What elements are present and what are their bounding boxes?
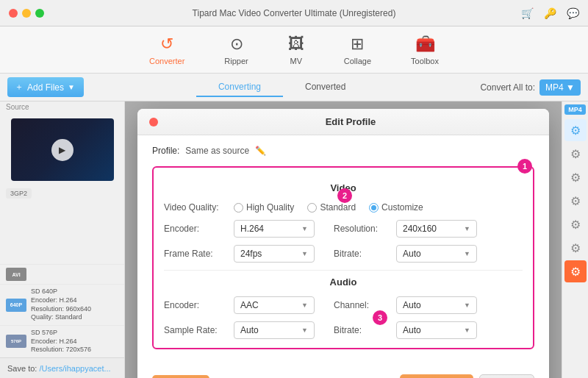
collage-icon: ⊞: [351, 35, 364, 54]
gear-button-5[interactable]: ⚙: [564, 213, 587, 235]
audio-encoder-channel-row: Encoder: AAC ▼ Channel: Auto ▼: [164, 296, 523, 314]
576p-icon: 576P: [6, 335, 26, 348]
avi-label: AVI: [12, 272, 20, 277]
play-button[interactable]: ▶: [51, 139, 74, 161]
modal-header: Edit Profile: [137, 109, 549, 135]
default-button[interactable]: Default: [152, 375, 209, 378]
radio-standard[interactable]: Standard: [307, 202, 356, 213]
channel-dropdown-icon: ▼: [464, 302, 470, 309]
list-item: 640P SD 640P Encoder: H.264 Resolution: …: [0, 284, 124, 325]
tab-converting[interactable]: Converting: [196, 78, 283, 97]
create-new-button[interactable]: Create New: [400, 374, 473, 378]
sample-rate-value: Auto: [240, 325, 259, 335]
convert-format-select[interactable]: MP4 ▼: [539, 79, 581, 96]
titlebar: Tipard Mac Video Converter Ultimate (Unr…: [0, 0, 588, 26]
step1-badge: 1: [517, 159, 532, 174]
video-quality-label: Video Quality:: [164, 202, 226, 213]
format-list: AVI 640P SD 640P Encoder: H.264 Resoluti…: [0, 264, 124, 357]
modal-close-button[interactable]: [149, 118, 158, 126]
radio-standard-circle: [307, 203, 317, 213]
source-label: Source: [0, 101, 124, 113]
gear-button-1[interactable]: ⚙: [564, 119, 587, 141]
list-576p-resolution: Resolution: 720x576: [31, 346, 91, 354]
profile-value: Same as source: [185, 146, 249, 156]
key-icon[interactable]: 🔑: [544, 7, 556, 19]
cart-icon[interactable]: 🛒: [521, 7, 534, 19]
convert-all-label: Convert All to:: [480, 82, 535, 93]
convert-all-section: Convert All to: MP4 ▼: [480, 79, 581, 96]
encoder-label: Encoder:: [164, 224, 226, 234]
channel-select[interactable]: Auto ▼: [396, 296, 477, 314]
quality-radio-group: High Quality Standard Customize: [234, 202, 423, 213]
video-bitrate-value: Auto: [403, 249, 421, 259]
format-dropdown-icon: ▼: [566, 82, 575, 93]
nav-converter[interactable]: ↺ Converter: [140, 30, 193, 70]
add-files-button[interactable]: ＋ Add Files ▼: [7, 77, 84, 97]
profile-label: Profile:: [152, 146, 179, 156]
audio-encoder-dropdown-icon: ▼: [301, 302, 308, 309]
avi-icon: AVI: [6, 268, 26, 281]
audio-bitrate-dropdown-icon: ▼: [464, 327, 470, 334]
resolution-value: 240x160: [403, 224, 437, 234]
gear-button-3[interactable]: ⚙: [564, 166, 587, 188]
radio-high-quality[interactable]: High Quality: [234, 202, 294, 213]
converter-icon: ↺: [160, 35, 173, 54]
mv-icon: 🖼: [288, 35, 304, 54]
cancel-button[interactable]: Cancel: [479, 374, 534, 378]
sample-rate-dropdown-icon: ▼: [301, 327, 308, 334]
message-icon[interactable]: 💬: [567, 7, 579, 19]
audio-encoder-label: Encoder:: [164, 300, 226, 310]
main-area: Source ▶ 3GP2 AVI 640P SD 640P Encoder: …: [0, 101, 588, 378]
640p-label: 640P: [10, 302, 22, 307]
framerate-dropdown-icon: ▼: [301, 250, 308, 257]
channel-label: Channel:: [334, 300, 389, 310]
toolbar-tabs: Converting Converted: [84, 78, 480, 97]
video-bitrate-select[interactable]: Auto ▼: [396, 245, 477, 263]
sample-rate-bitrate-row: Sample Rate: Auto ▼ Bitrate: Auto ▼: [164, 321, 523, 339]
converter-label: Converter: [149, 57, 184, 65]
nav-ripper[interactable]: ⊙ Ripper: [215, 30, 257, 70]
radio-customize[interactable]: Customize: [369, 202, 423, 213]
encoder-resolution-row: Encoder: H.264 ▼ Resolution: 240x160 ▼: [164, 220, 523, 238]
nav-collage[interactable]: ⊞ Collage: [335, 30, 380, 70]
navbar: ↺ Converter ⊙ Ripper 🖼 MV ⊞ Collage 🧰 To…: [0, 26, 588, 74]
maximize-button[interactable]: [35, 9, 44, 18]
channel-value: Auto: [403, 300, 421, 310]
close-button[interactable]: [9, 9, 18, 18]
minimize-button[interactable]: [22, 9, 31, 18]
convert-format-value: MP4: [545, 82, 564, 93]
gear-button-orange[interactable]: ⚙: [564, 260, 587, 282]
sample-rate-select[interactable]: Auto ▼: [234, 321, 315, 339]
gear-button-2[interactable]: ⚙: [564, 143, 587, 165]
mp4-format-badge: MP4: [564, 104, 586, 115]
frame-rate-select[interactable]: 24fps ▼: [234, 245, 315, 263]
encoder-dropdown-icon: ▼: [301, 225, 308, 232]
encoder-value: H.264: [240, 224, 264, 234]
nav-mv[interactable]: 🖼 MV: [279, 30, 313, 70]
add-files-label: Add Files: [27, 82, 64, 93]
modal-overlay: 2 3 Edit Profile Profile: Same as source: [125, 101, 562, 378]
tab-converted[interactable]: Converted: [283, 78, 368, 97]
edit-icon[interactable]: ✏️: [255, 146, 266, 156]
nav-toolbox[interactable]: 🧰 Toolbox: [402, 30, 448, 70]
list-item-640p-text: SD 640P Encoder: H.264 Resolution: 960x6…: [31, 288, 91, 322]
resolution-label: Resolution:: [334, 224, 389, 234]
audio-encoder-select[interactable]: AAC ▼: [234, 296, 315, 314]
traffic-lights: [9, 9, 44, 18]
audio-encoder-value: AAC: [240, 300, 259, 310]
toolbox-label: Toolbox: [411, 57, 439, 65]
list-576p-encoder: Encoder: H.264: [31, 338, 91, 346]
plus-icon: ＋: [15, 81, 24, 93]
audio-bitrate-select[interactable]: Auto ▼: [396, 321, 477, 339]
frame-rate-label: Frame Rate:: [164, 249, 226, 259]
resolution-select[interactable]: 240x160 ▼: [396, 220, 477, 238]
640p-icon: 640P: [6, 299, 26, 312]
radio-standard-label: Standard: [320, 202, 356, 213]
encoder-select[interactable]: H.264 ▼: [234, 220, 315, 238]
save-label: Save to:: [7, 364, 37, 373]
gear-button-4[interactable]: ⚙: [564, 190, 587, 212]
titlebar-icons: 🛒 🔑 💬: [521, 7, 579, 19]
bitrate-label: Bitrate:: [334, 249, 389, 259]
edit-profile-modal: Edit Profile Profile: Same as source ✏️ …: [137, 109, 549, 378]
gear-button-6[interactable]: ⚙: [564, 237, 587, 259]
